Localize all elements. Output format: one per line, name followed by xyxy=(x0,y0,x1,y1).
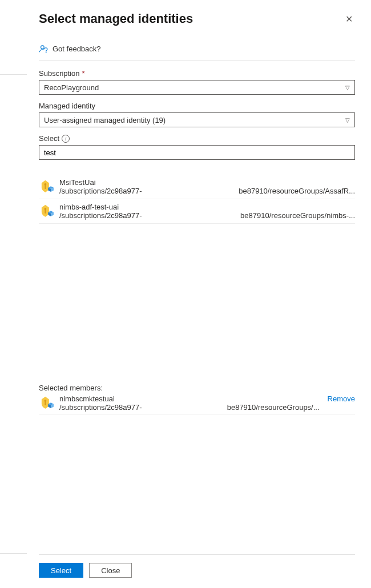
identity-path: /subscriptions/2c98a977- be87910/resourc… xyxy=(59,211,355,220)
panel-title: Select managed identities xyxy=(39,11,193,26)
selected-member-row: nimbscmktestuai /subscriptions/2c98a977-… xyxy=(39,394,355,414)
subscription-select[interactable]: RecoPlayground ▽ xyxy=(39,80,355,95)
subscription-label: Subscription * xyxy=(39,69,355,78)
required-indicator-icon: * xyxy=(82,69,85,78)
feedback-link[interactable]: Got feedback? xyxy=(39,41,355,61)
select-button[interactable]: Select xyxy=(39,563,83,578)
feedback-label: Got feedback? xyxy=(53,45,101,53)
identity-result-row[interactable]: MsiTestUai /subscriptions/2c98a977- be87… xyxy=(39,175,355,199)
identity-name: MsiTestUai xyxy=(59,178,355,187)
chevron-down-icon: ▽ xyxy=(345,84,350,91)
selected-members-label: Selected members: xyxy=(39,384,355,392)
info-icon[interactable]: i xyxy=(62,135,70,143)
remove-link[interactable]: Remove xyxy=(328,394,355,403)
feedback-icon xyxy=(39,44,49,54)
selected-identity-name: nimbscmktestuai xyxy=(59,394,320,403)
chevron-down-icon: ▽ xyxy=(345,117,350,123)
close-button[interactable]: Close xyxy=(89,563,132,578)
svg-rect-3 xyxy=(45,185,46,189)
identity-result-row[interactable]: nimbs-adf-test-uai /subscriptions/2c98a9… xyxy=(39,199,355,224)
select-search-input[interactable] xyxy=(39,145,355,160)
svg-rect-8 xyxy=(45,210,46,214)
select-label: Select i xyxy=(39,134,355,143)
managed-identity-select[interactable]: User-assigned managed identity (19) ▽ xyxy=(39,112,355,127)
managed-identity-label: Managed identity xyxy=(39,102,355,110)
identity-path: /subscriptions/2c98a977- be87910/resourc… xyxy=(59,187,355,195)
selected-identity-path: /subscriptions/2c98a977- be87910/resourc… xyxy=(59,403,320,412)
svg-point-0 xyxy=(41,46,45,49)
managed-identity-icon xyxy=(39,204,54,219)
identity-name: nimbs-adf-test-uai xyxy=(59,203,355,211)
close-icon[interactable]: ✕ xyxy=(343,11,355,27)
managed-identity-icon xyxy=(39,179,54,194)
managed-identity-icon xyxy=(39,396,54,410)
svg-point-1 xyxy=(46,52,46,53)
svg-rect-13 xyxy=(45,401,46,405)
